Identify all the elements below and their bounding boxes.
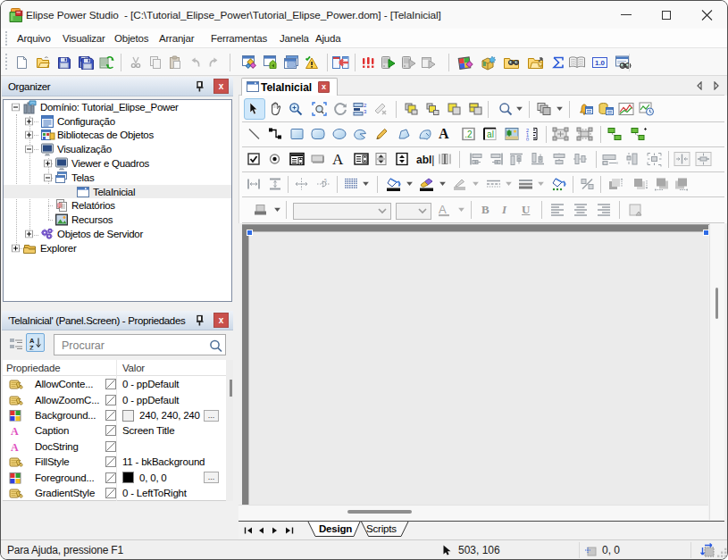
svg-text:R: R — [58, 203, 62, 208]
svg-text:Z: Z — [29, 343, 34, 349]
svg-text:1.0: 1.0 — [595, 59, 606, 67]
svg-text:al: al — [487, 130, 494, 139]
svg-text:3: 3 — [364, 109, 367, 114]
svg-text:0: 0 — [526, 137, 529, 141]
svg-text:A: A — [439, 204, 447, 216]
svg-text:.2: .2 — [464, 130, 473, 139]
svg-text:2: 2 — [364, 103, 367, 108]
svg-text:5: 5 — [324, 178, 327, 183]
